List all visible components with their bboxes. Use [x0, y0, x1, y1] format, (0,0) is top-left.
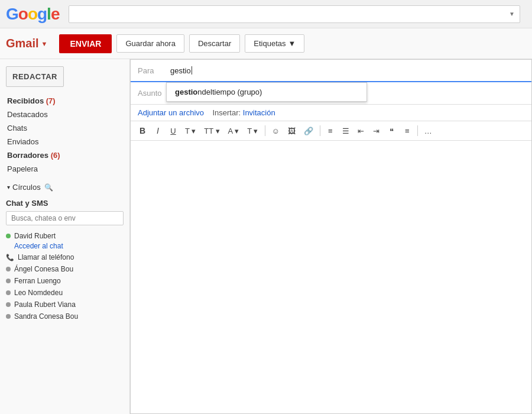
offline-status-dot	[6, 302, 11, 307]
phone-icon: 📞	[6, 254, 14, 261]
para-label: Para	[138, 66, 170, 75]
more-options-button[interactable]: …	[421, 124, 436, 138]
format-toolbar: B I U T ▾ TT ▾ A ▾ T ▾ ☺ 🖼 🔗 ≡ ☰ ⇤ ⇥ ❝ ≡…	[131, 121, 531, 141]
circulos-search-icon: 🔍	[44, 183, 53, 192]
emoji-button[interactable]: ☺	[268, 124, 283, 138]
circulos-item[interactable]: ▾ Círculos 🔍	[0, 180, 129, 194]
numbered-list-button[interactable]: ≡	[323, 124, 338, 138]
nav-list: Recibidos (7) Destacados Chats Enviados …	[0, 94, 129, 176]
underline-button[interactable]: U	[166, 124, 180, 138]
contact-name: Leo Nomdedeu	[14, 289, 63, 297]
send-button[interactable]: ENVIAR	[59, 34, 112, 53]
chat-sms-section: Chat y SMS David Rubert Acceder al chat …	[0, 194, 129, 325]
top-search-bar[interactable]: ▼	[69, 5, 520, 23]
autocomplete-item[interactable]: gestiondeltiempo (grupo)	[167, 83, 366, 101]
offline-status-dot	[6, 267, 11, 271]
offline-status-dot	[6, 279, 11, 283]
sidebar-item-enviados[interactable]: Enviados	[0, 135, 129, 148]
circulos-label: Círculos	[12, 183, 41, 192]
insert-label: Insertar:	[212, 108, 241, 117]
gmail-text: Gmail	[6, 37, 39, 50]
gmail-label: Gmail ▼	[6, 37, 47, 50]
italic-button[interactable]: I	[151, 124, 165, 138]
gmail-dropdown-arrow[interactable]: ▼	[41, 40, 48, 47]
sidebar-item-papelera[interactable]: Papelera	[0, 162, 129, 176]
contact-name: Ferran Luengo	[14, 277, 61, 285]
attach-file-link[interactable]: Adjuntar un archivo	[138, 108, 204, 117]
autocomplete-dropdown: gestiondeltiempo (grupo)	[166, 82, 367, 102]
save-now-button[interactable]: Guardar ahora	[116, 34, 184, 53]
action-bar: Gmail ▼ ENVIAR Guardar ahora Descartar E…	[0, 28, 532, 59]
compose-content: Para gestio gestiondeltiempo (grupo) Asu…	[130, 59, 532, 414]
contact-name: Ángel Conesa Bou	[14, 265, 73, 273]
chat-search-input[interactable]	[6, 211, 124, 225]
compose-form: Para gestio gestiondeltiempo (grupo) Asu…	[130, 59, 532, 414]
bullet-list-button[interactable]: ☰	[339, 124, 353, 138]
chat-contact-sandra[interactable]: Sandra Conesa Bou	[6, 310, 124, 322]
para-typed-text: gestio	[170, 66, 191, 75]
indent-more-button[interactable]: ⇥	[369, 124, 384, 138]
top-bar: Google ▼	[0, 0, 532, 28]
link-button[interactable]: 🔗	[300, 124, 317, 138]
labels-button[interactable]: Etiquetas ▼	[245, 34, 304, 53]
labels-dropdown-arrow: ▼	[288, 39, 296, 48]
text-size-button[interactable]: TT ▾	[200, 124, 223, 138]
search-input[interactable]	[74, 9, 509, 19]
image-button[interactable]: 🖼	[284, 124, 299, 138]
para-field: Para gestio gestiondeltiempo (grupo)	[131, 60, 531, 82]
contact-name: Llamar al teléfono	[18, 253, 74, 261]
autocomplete-rest: ndeltiempo (grupo)	[197, 88, 262, 96]
contact-name: Paula Rubert Viana	[14, 300, 76, 309]
sidebar-item-borradores[interactable]: Borradores (6)	[0, 148, 129, 162]
google-logo: Google	[6, 5, 59, 24]
invite-link[interactable]: Invitación	[243, 108, 275, 117]
compose-button[interactable]: REDACTAR	[6, 66, 64, 87]
chat-contact-paula[interactable]: Paula Rubert Viana	[6, 299, 124, 310]
autocomplete-match: gestio	[175, 88, 197, 96]
sidebar-item-destacados[interactable]: Destacados	[0, 108, 129, 121]
chat-sms-title: Chat y SMS	[6, 199, 124, 208]
font-color-button[interactable]: A ▾	[225, 124, 243, 138]
chat-contact-ferran[interactable]: Ferran Luengo	[6, 275, 124, 287]
sidebar-item-chats[interactable]: Chats	[0, 121, 129, 135]
text-bg-button[interactable]: T ▾	[244, 124, 261, 138]
sidebar: REDACTAR Recibidos (7) Destacados Chats …	[0, 59, 130, 414]
asunto-label: Asunto	[138, 89, 170, 98]
offline-status-dot	[6, 290, 11, 295]
search-dropdown-arrow[interactable]: ▼	[509, 11, 515, 17]
text-style-button[interactable]: T ▾	[181, 124, 199, 138]
access-chat-link[interactable]: Acceder al chat	[14, 242, 124, 250]
online-status-dot	[6, 234, 11, 238]
text-cursor	[192, 66, 192, 75]
main-layout: REDACTAR Recibidos (7) Destacados Chats …	[0, 59, 532, 414]
indent-less-button[interactable]: ⇤	[354, 124, 368, 138]
attach-bar: Adjuntar un archivo Insertar: Invitación	[131, 105, 531, 121]
quote-button[interactable]: ❝	[385, 124, 399, 138]
offline-status-dot	[6, 314, 11, 319]
chat-contact-phone[interactable]: 📞 Llamar al teléfono	[6, 251, 124, 263]
bold-button[interactable]: B	[135, 124, 150, 138]
chat-contact-leo[interactable]: Leo Nomdedeu	[6, 287, 124, 299]
contact-name: Sandra Conesa Bou	[14, 312, 78, 321]
discard-button[interactable]: Descartar	[189, 34, 240, 53]
chat-contact-angel[interactable]: Ángel Conesa Bou	[6, 263, 124, 275]
circulos-arrow: ▾	[7, 184, 10, 190]
chat-contact-david: David Rubert Acceder al chat	[6, 230, 124, 250]
sidebar-item-recibidos[interactable]: Recibidos (7)	[0, 94, 129, 108]
toolbar-separator	[265, 125, 265, 136]
align-button[interactable]: ≡	[400, 124, 414, 138]
toolbar-separator	[417, 125, 418, 136]
email-body[interactable]	[131, 141, 531, 413]
contact-name: David Rubert	[14, 232, 56, 240]
toolbar-separator	[320, 125, 320, 136]
